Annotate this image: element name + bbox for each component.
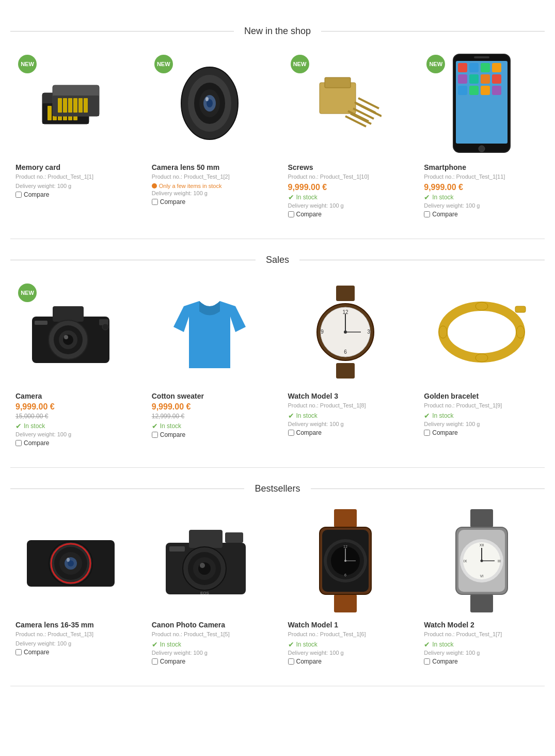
delivery-weight: Delivery weight: 100 g <box>152 190 267 196</box>
compare-wrap: Compare <box>288 429 404 436</box>
compare-checkbox[interactable] <box>424 658 430 665</box>
section-title: Bestsellers <box>244 483 310 494</box>
product-name[interactable]: Watch Model 1 <box>288 621 404 629</box>
compare-checkbox[interactable] <box>15 649 22 655</box>
product-image[interactable]: EOS <box>163 519 256 604</box>
compare-checkbox[interactable] <box>152 658 158 665</box>
in-stock-label: In stock <box>296 641 318 648</box>
product-name[interactable]: Watch Model 2 <box>424 621 540 629</box>
product-card-p6: 12 6 Watch Model 1Product no.: Product_T… <box>283 505 409 670</box>
product-name[interactable]: Golden bracelet <box>424 392 540 400</box>
svg-rect-50 <box>53 306 84 322</box>
product-image[interactable] <box>168 286 251 380</box>
delivery-weight: Delivery weight: 100 g <box>424 202 540 209</box>
product-grid-new-in-shop: NEW Memory cardProduct no.: Product_Test… <box>10 47 545 223</box>
product-image-wrap <box>152 281 267 384</box>
svg-rect-57 <box>35 321 47 325</box>
compare-label[interactable]: Compare <box>24 191 49 198</box>
compare-label[interactable]: Compare <box>24 649 49 656</box>
product-name[interactable]: Watch Model 3 <box>288 392 404 400</box>
compare-label[interactable]: Compare <box>160 431 185 438</box>
compare-label[interactable]: Compare <box>160 658 185 665</box>
product-image[interactable] <box>173 62 246 146</box>
compare-checkbox[interactable] <box>288 211 294 217</box>
product-name[interactable]: Memory card <box>15 163 131 171</box>
section-divider <box>10 467 545 468</box>
title-line-right <box>321 31 545 32</box>
svg-text:EOS: EOS <box>200 591 209 595</box>
product-image-wrap: NEW <box>424 52 540 155</box>
product-image[interactable]: 12 6 <box>309 509 382 614</box>
compare-checkbox[interactable] <box>424 211 430 217</box>
compare-checkbox[interactable] <box>152 199 158 205</box>
svg-rect-40 <box>469 74 479 84</box>
svg-point-70 <box>443 306 520 358</box>
product-card-p3: Camera lens 16-35 mmProduct no.: Product… <box>10 505 136 670</box>
svg-text:9: 9 <box>321 329 324 335</box>
compare-label[interactable]: Compare <box>432 658 457 665</box>
compare-label[interactable]: Compare <box>296 658 322 665</box>
product-image[interactable] <box>309 67 382 141</box>
compare-checkbox[interactable] <box>15 192 22 198</box>
svg-rect-43 <box>458 86 467 95</box>
compare-label[interactable]: Compare <box>432 211 457 218</box>
delivery-weight: Delivery weight: 100 g <box>152 650 267 656</box>
product-name[interactable]: Camera lens 16-35 mm <box>15 621 131 629</box>
svg-rect-75 <box>515 306 526 312</box>
title-line-right <box>299 260 545 260</box>
product-name[interactable]: Cotton sweater <box>152 392 267 400</box>
compare-wrap: Compare <box>15 649 131 656</box>
svg-rect-13 <box>73 98 77 113</box>
product-image[interactable] <box>451 52 513 156</box>
product-name[interactable]: Smartphone <box>424 163 540 171</box>
compare-label[interactable]: Compare <box>296 211 322 218</box>
in-stock-status: ✔In stock <box>424 193 540 201</box>
in-stock-label: In stock <box>160 641 181 648</box>
svg-rect-85 <box>189 530 223 548</box>
compare-checkbox[interactable] <box>288 430 294 436</box>
product-image-wrap: EOS <box>152 510 267 613</box>
product-name[interactable]: Screws <box>288 163 404 171</box>
product-image[interactable] <box>435 296 528 370</box>
compare-label[interactable]: Compare <box>432 429 457 436</box>
compare-checkbox[interactable] <box>152 432 158 438</box>
product-image[interactable] <box>27 296 120 370</box>
svg-rect-44 <box>469 86 479 95</box>
compare-label[interactable]: Compare <box>296 429 322 436</box>
few-items-status: Only a few items in stock <box>152 183 267 189</box>
compare-wrap: Compare <box>288 658 404 665</box>
svg-rect-34 <box>456 61 508 144</box>
product-number: Product no.: Product_Test_1[7] <box>424 631 540 637</box>
svg-point-91 <box>200 563 205 568</box>
compare-checkbox[interactable] <box>424 430 430 436</box>
price-current: 9,999.00 € <box>424 183 540 192</box>
compare-checkbox[interactable] <box>288 658 294 665</box>
svg-rect-41 <box>481 74 490 84</box>
section-title-wrap-sales: Sales <box>10 255 545 265</box>
in-stock-icon: ✔ <box>288 412 294 420</box>
product-image[interactable]: XII VI IX III <box>446 509 518 614</box>
svg-text:III: III <box>498 559 501 563</box>
price-old: 15,000.00 € <box>15 413 131 420</box>
few-items-text: Only a few items in stock <box>159 183 222 189</box>
section-title: Sales <box>256 255 299 265</box>
product-image[interactable] <box>37 77 109 131</box>
product-card-p10: NEW ScrewsProduct no.: Product_Test_1[10… <box>283 47 409 223</box>
in-stock-status: ✔In stock <box>424 640 540 649</box>
in-stock-icon: ✔ <box>288 193 294 201</box>
product-number: Product no.: Product_Test_1[11] <box>424 174 540 180</box>
in-stock-icon: ✔ <box>152 640 158 649</box>
compare-wrap: Compare <box>152 431 267 438</box>
in-stock-icon: ✔ <box>288 640 294 649</box>
product-image[interactable]: 12 6 9 3 <box>309 286 382 380</box>
product-name[interactable]: Camera <box>15 392 131 400</box>
svg-rect-95 <box>334 594 357 612</box>
compare-label[interactable]: Compare <box>160 198 185 206</box>
product-name[interactable]: Canon Photo Camera <box>152 621 267 629</box>
product-card-p8: 12 6 9 3 Watch Model 3Product no.: Produ… <box>283 276 409 452</box>
compare-label[interactable]: Compare <box>24 439 49 447</box>
compare-checkbox[interactable] <box>15 440 22 446</box>
product-number: Product no.: Product_Test_1[1] <box>15 174 131 180</box>
product-name[interactable]: Camera lens 50 mm <box>152 163 267 171</box>
product-image[interactable] <box>22 525 125 598</box>
